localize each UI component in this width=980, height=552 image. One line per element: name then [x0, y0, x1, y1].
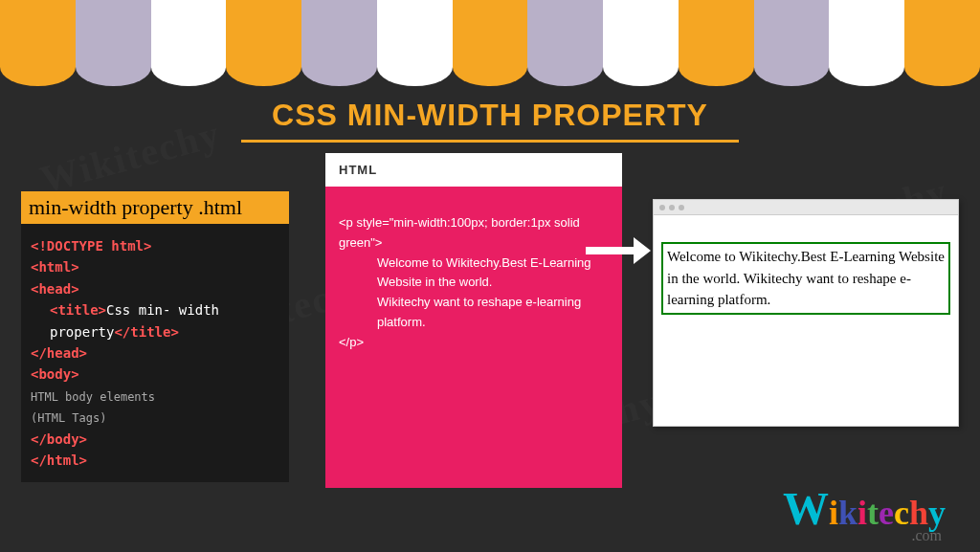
code-body: <!DOCTYPE html> <html> <head> <title>Css…	[21, 224, 289, 482]
logo-e: e	[879, 494, 894, 532]
head-open-tag: <head>	[31, 281, 79, 297]
logo-com: .com	[911, 527, 942, 544]
window-dot	[669, 205, 675, 210]
browser-viewport: Welcome to Wikitechy.Best E-Learning Web…	[654, 215, 958, 342]
filename-label: min-width property .html	[21, 191, 289, 224]
title-open-tag: <title>	[50, 302, 106, 318]
html-open-tag: <html>	[31, 259, 79, 275]
body-placeholder-1: HTML body elements	[31, 390, 155, 404]
snippet-line-4: </p>	[339, 333, 609, 353]
awning-decoration	[0, 0, 980, 86]
doctype-tag: <!DOCTYPE html>	[31, 238, 151, 254]
browser-preview: Welcome to Wikitechy.Best E-Learning Web…	[653, 199, 959, 427]
source-code-panel: min-width property .html <!DOCTYPE html>…	[21, 191, 289, 482]
logo-i: i	[829, 494, 838, 532]
window-dot	[659, 205, 665, 210]
logo-i2: i	[858, 494, 867, 532]
title-underline	[241, 140, 739, 143]
window-dot	[679, 205, 684, 210]
body-close-tag: </body>	[31, 431, 87, 447]
logo-h: h	[909, 494, 928, 532]
page-title: CSS MIN-WIDTH PROPERTY	[272, 98, 708, 133]
arrow-icon	[586, 237, 651, 264]
logo-w: W	[783, 483, 829, 534]
body-placeholder-2: (HTML Tags)	[31, 411, 106, 425]
browser-titlebar	[654, 200, 958, 215]
logo-t: t	[867, 494, 879, 532]
logo-k: k	[838, 494, 858, 532]
logo-c: c	[894, 494, 909, 532]
logo-y: y	[928, 494, 946, 532]
snippet-line-3: Wikitechy want to reshape e-learning pla…	[339, 293, 609, 333]
html-snippet-panel: HTML <p style="min-width:100px; border:1…	[325, 153, 622, 488]
html-close-tag: </html>	[31, 453, 87, 468]
html-panel-body: <p style="min-width:100px; border:1px so…	[325, 187, 622, 380]
html-panel-header: HTML	[325, 153, 622, 187]
snippet-line-1: <p style="min-width:100px; border:1px so…	[339, 213, 609, 254]
rendered-paragraph: Welcome to Wikitechy.Best E-Learning Web…	[661, 242, 950, 315]
body-open-tag: <body>	[31, 366, 79, 382]
title-close-tag: </title>	[114, 324, 178, 340]
snippet-line-2: Welcome to Wikitechy.Best E-Learning Web…	[339, 254, 609, 294]
head-close-tag: </head>	[31, 345, 87, 361]
